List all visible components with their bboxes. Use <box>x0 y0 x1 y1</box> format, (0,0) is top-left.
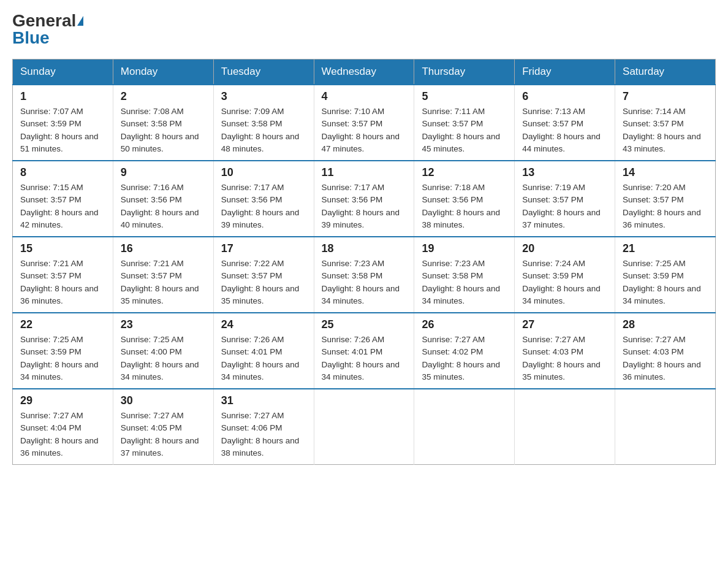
day-number: 15 <box>20 242 105 255</box>
calendar-cell: 2 Sunrise: 7:08 AMSunset: 3:58 PMDayligh… <box>113 85 213 161</box>
day-number: 1 <box>20 90 105 103</box>
day-info: Sunrise: 7:09 AMSunset: 3:58 PMDaylight:… <box>221 105 306 155</box>
calendar-cell <box>615 389 716 465</box>
day-info: Sunrise: 7:23 AMSunset: 3:58 PMDaylight:… <box>322 258 407 307</box>
day-info: Sunrise: 7:27 AMSunset: 4:05 PMDaylight:… <box>121 410 206 459</box>
day-info: Sunrise: 7:26 AMSunset: 4:01 PMDaylight:… <box>221 334 306 383</box>
day-info: Sunrise: 7:17 AMSunset: 3:56 PMDaylight:… <box>221 182 306 231</box>
day-number: 28 <box>623 318 708 331</box>
day-number: 23 <box>121 318 206 331</box>
day-info: Sunrise: 7:26 AMSunset: 4:01 PMDaylight:… <box>322 334 407 383</box>
page-header: General Blue <box>12 12 716 47</box>
week-row-1: 1 Sunrise: 7:07 AMSunset: 3:59 PMDayligh… <box>13 85 716 161</box>
calendar-header-row: SundayMondayTuesdayWednesdayThursdayFrid… <box>13 59 716 85</box>
day-info: Sunrise: 7:17 AMSunset: 3:56 PMDaylight:… <box>322 182 407 231</box>
day-info: Sunrise: 7:15 AMSunset: 3:57 PMDaylight:… <box>20 182 105 231</box>
header-wednesday: Wednesday <box>314 59 414 85</box>
day-number: 14 <box>623 166 708 179</box>
calendar-cell: 15 Sunrise: 7:21 AMSunset: 3:57 PMDaylig… <box>13 237 113 313</box>
day-number: 7 <box>623 90 708 103</box>
calendar-table: SundayMondayTuesdayWednesdayThursdayFrid… <box>12 59 716 465</box>
calendar-cell: 27 Sunrise: 7:27 AMSunset: 4:03 PMDaylig… <box>515 313 615 389</box>
day-number: 10 <box>221 166 306 179</box>
calendar-cell <box>515 389 615 465</box>
calendar-cell: 31 Sunrise: 7:27 AMSunset: 4:06 PMDaylig… <box>213 389 314 465</box>
calendar-cell: 10 Sunrise: 7:17 AMSunset: 3:56 PMDaylig… <box>213 161 314 237</box>
calendar-cell: 6 Sunrise: 7:13 AMSunset: 3:57 PMDayligh… <box>515 85 615 161</box>
day-number: 8 <box>20 166 105 179</box>
calendar-cell: 23 Sunrise: 7:25 AMSunset: 4:00 PMDaylig… <box>113 313 213 389</box>
week-row-2: 8 Sunrise: 7:15 AMSunset: 3:57 PMDayligh… <box>13 161 716 237</box>
header-saturday: Saturday <box>615 59 716 85</box>
day-info: Sunrise: 7:23 AMSunset: 3:58 PMDaylight:… <box>422 258 507 307</box>
calendar-cell: 4 Sunrise: 7:10 AMSunset: 3:57 PMDayligh… <box>314 85 414 161</box>
calendar-cell: 29 Sunrise: 7:27 AMSunset: 4:04 PMDaylig… <box>13 389 113 465</box>
day-number: 5 <box>422 90 507 103</box>
header-tuesday: Tuesday <box>213 59 314 85</box>
day-number: 30 <box>121 394 206 407</box>
day-info: Sunrise: 7:18 AMSunset: 3:56 PMDaylight:… <box>422 182 507 231</box>
calendar-cell: 13 Sunrise: 7:19 AMSunset: 3:57 PMDaylig… <box>515 161 615 237</box>
calendar-cell: 11 Sunrise: 7:17 AMSunset: 3:56 PMDaylig… <box>314 161 414 237</box>
calendar-cell: 22 Sunrise: 7:25 AMSunset: 3:59 PMDaylig… <box>13 313 113 389</box>
day-info: Sunrise: 7:22 AMSunset: 3:57 PMDaylight:… <box>221 258 306 307</box>
day-number: 27 <box>522 318 607 331</box>
calendar-cell: 12 Sunrise: 7:18 AMSunset: 3:56 PMDaylig… <box>414 161 515 237</box>
calendar-cell: 7 Sunrise: 7:14 AMSunset: 3:57 PMDayligh… <box>615 85 716 161</box>
day-info: Sunrise: 7:19 AMSunset: 3:57 PMDaylight:… <box>522 182 607 231</box>
day-number: 13 <box>522 166 607 179</box>
week-row-3: 15 Sunrise: 7:21 AMSunset: 3:57 PMDaylig… <box>13 237 716 313</box>
day-info: Sunrise: 7:08 AMSunset: 3:58 PMDaylight:… <box>121 105 206 155</box>
day-info: Sunrise: 7:20 AMSunset: 3:57 PMDaylight:… <box>623 182 708 231</box>
calendar-cell: 26 Sunrise: 7:27 AMSunset: 4:02 PMDaylig… <box>414 313 515 389</box>
calendar-cell: 14 Sunrise: 7:20 AMSunset: 3:57 PMDaylig… <box>615 161 716 237</box>
day-number: 17 <box>221 242 306 255</box>
day-info: Sunrise: 7:21 AMSunset: 3:57 PMDaylight:… <box>121 258 206 307</box>
calendar-cell: 30 Sunrise: 7:27 AMSunset: 4:05 PMDaylig… <box>113 389 213 465</box>
header-monday: Monday <box>113 59 213 85</box>
calendar-cell: 24 Sunrise: 7:26 AMSunset: 4:01 PMDaylig… <box>213 313 314 389</box>
day-number: 26 <box>422 318 507 331</box>
logo-triangle-icon <box>77 16 83 26</box>
calendar-cell: 21 Sunrise: 7:25 AMSunset: 3:59 PMDaylig… <box>615 237 716 313</box>
day-info: Sunrise: 7:16 AMSunset: 3:56 PMDaylight:… <box>121 182 206 231</box>
day-info: Sunrise: 7:25 AMSunset: 3:59 PMDaylight:… <box>623 258 708 307</box>
day-info: Sunrise: 7:27 AMSunset: 4:03 PMDaylight:… <box>623 334 708 383</box>
day-number: 12 <box>422 166 507 179</box>
day-info: Sunrise: 7:14 AMSunset: 3:57 PMDaylight:… <box>623 105 708 155</box>
calendar-cell: 28 Sunrise: 7:27 AMSunset: 4:03 PMDaylig… <box>615 313 716 389</box>
calendar-cell: 19 Sunrise: 7:23 AMSunset: 3:58 PMDaylig… <box>414 237 515 313</box>
day-number: 6 <box>522 90 607 103</box>
day-info: Sunrise: 7:07 AMSunset: 3:59 PMDaylight:… <box>20 105 105 155</box>
calendar-cell: 18 Sunrise: 7:23 AMSunset: 3:58 PMDaylig… <box>314 237 414 313</box>
calendar-cell <box>414 389 515 465</box>
week-row-4: 22 Sunrise: 7:25 AMSunset: 3:59 PMDaylig… <box>13 313 716 389</box>
logo-blue-text: Blue <box>12 29 50 47</box>
day-info: Sunrise: 7:10 AMSunset: 3:57 PMDaylight:… <box>322 105 407 155</box>
day-number: 18 <box>322 242 407 255</box>
week-row-5: 29 Sunrise: 7:27 AMSunset: 4:04 PMDaylig… <box>13 389 716 465</box>
day-number: 9 <box>121 166 206 179</box>
day-info: Sunrise: 7:11 AMSunset: 3:57 PMDaylight:… <box>422 105 507 155</box>
day-number: 3 <box>221 90 306 103</box>
day-number: 25 <box>322 318 407 331</box>
calendar-cell <box>314 389 414 465</box>
day-number: 20 <box>522 242 607 255</box>
calendar-cell: 25 Sunrise: 7:26 AMSunset: 4:01 PMDaylig… <box>314 313 414 389</box>
day-number: 21 <box>623 242 708 255</box>
logo-general-text: General <box>12 12 76 29</box>
day-info: Sunrise: 7:13 AMSunset: 3:57 PMDaylight:… <box>522 105 607 155</box>
day-number: 4 <box>322 90 407 103</box>
calendar-cell: 1 Sunrise: 7:07 AMSunset: 3:59 PMDayligh… <box>13 85 113 161</box>
day-info: Sunrise: 7:27 AMSunset: 4:03 PMDaylight:… <box>522 334 607 383</box>
calendar-cell: 9 Sunrise: 7:16 AMSunset: 3:56 PMDayligh… <box>113 161 213 237</box>
logo: General Blue <box>12 12 83 47</box>
day-number: 29 <box>20 394 105 407</box>
header-sunday: Sunday <box>13 59 113 85</box>
day-info: Sunrise: 7:27 AMSunset: 4:04 PMDaylight:… <box>20 410 105 459</box>
day-number: 22 <box>20 318 105 331</box>
day-info: Sunrise: 7:27 AMSunset: 4:06 PMDaylight:… <box>221 410 306 459</box>
day-number: 11 <box>322 166 407 179</box>
day-info: Sunrise: 7:27 AMSunset: 4:02 PMDaylight:… <box>422 334 507 383</box>
day-number: 19 <box>422 242 507 255</box>
